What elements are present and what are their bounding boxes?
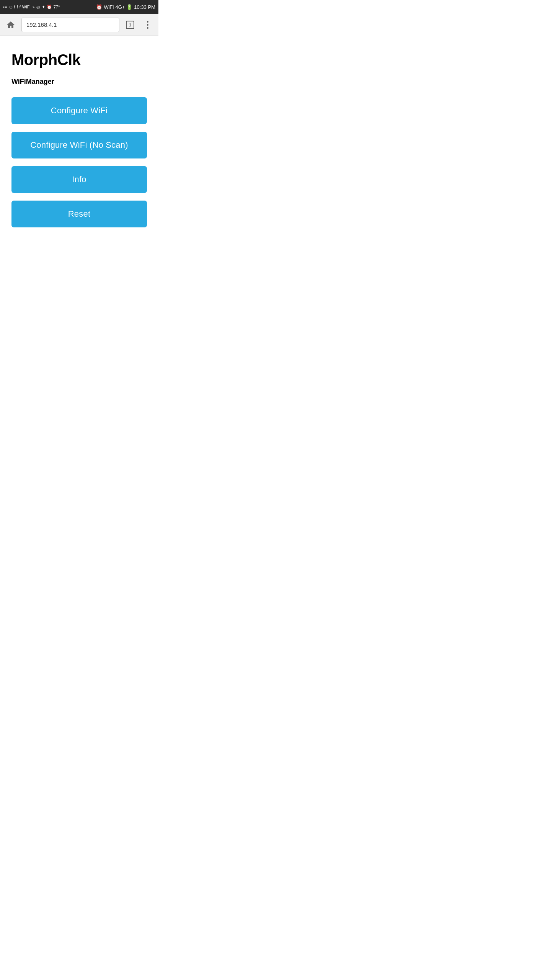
- reset-button[interactable]: Reset: [11, 201, 147, 227]
- status-bar: ••• ⊙ f f f WiFi ⌁ ◎ ✦ ⏰ 77° ⏰ WiFi 4G+ …: [0, 0, 158, 14]
- status-bar-right: ⏰ WiFi 4G+ 🔋 10:33 PM: [96, 4, 155, 10]
- temp-icon: 77°: [54, 5, 60, 9]
- menu-dot-2: [147, 24, 148, 26]
- browser-toolbar: 192.168.4.1 1: [0, 14, 158, 36]
- more-icon: •••: [3, 5, 8, 9]
- location-icon: ◎: [36, 5, 40, 10]
- clock-icon: ⏰: [96, 4, 102, 10]
- messenger-icon: ⌁: [32, 5, 35, 10]
- alarm-icon: ⏰: [47, 5, 52, 10]
- status-bar-left: ••• ⊙ f f f WiFi ⌁ ◎ ✦ ⏰ 77°: [3, 5, 60, 10]
- page-content: MorphClk WiFiManager Configure WiFi Conf…: [0, 36, 158, 243]
- tab-count-box: 1: [126, 21, 134, 29]
- menu-dot-3: [147, 27, 148, 29]
- facebook2-icon: f: [17, 5, 18, 9]
- facebook3-icon: f: [20, 5, 21, 9]
- info-button[interactable]: Info: [11, 166, 147, 193]
- wifi-status-icon: WiFi: [104, 4, 114, 10]
- wifi-icon: WiFi: [22, 5, 31, 9]
- signal-icon: 4G+: [115, 4, 125, 10]
- section-label: WiFiManager: [11, 78, 147, 86]
- configure-wifi-noscan-button[interactable]: Configure WiFi (No Scan): [11, 132, 147, 158]
- facebook-icon: f: [14, 5, 15, 9]
- address-bar[interactable]: 192.168.4.1: [21, 18, 119, 32]
- configure-wifi-button[interactable]: Configure WiFi: [11, 97, 147, 124]
- app-title: MorphClk: [11, 51, 147, 69]
- url-text: 192.168.4.1: [26, 21, 57, 28]
- battery-icon: 🔋: [126, 4, 132, 10]
- menu-dot-1: [147, 21, 148, 23]
- tab-count: 1: [129, 23, 131, 27]
- button-group: Configure WiFi Configure WiFi (No Scan) …: [11, 97, 147, 227]
- circle-icon: ⊙: [9, 5, 13, 10]
- nav-icon: ✦: [42, 5, 45, 10]
- home-icon: [6, 20, 15, 29]
- tab-switcher-button[interactable]: 1: [123, 18, 137, 32]
- home-button[interactable]: [4, 18, 18, 32]
- browser-menu-button[interactable]: [141, 18, 155, 32]
- time-display: 10:33 PM: [134, 4, 155, 10]
